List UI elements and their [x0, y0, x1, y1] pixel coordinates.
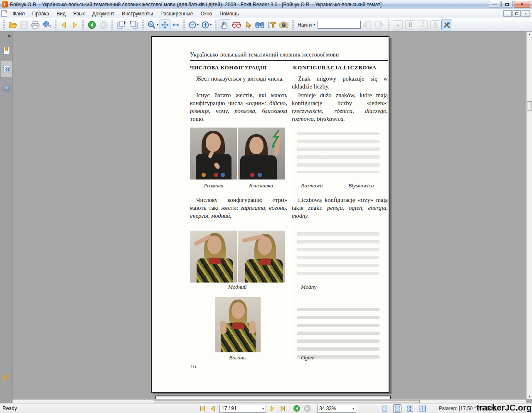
- fit-page-button[interactable]: [160, 20, 170, 30]
- bold-button[interactable]: B: [404, 20, 416, 30]
- page-number: 16: [190, 363, 196, 370]
- zoom-out-button[interactable]: ▾: [187, 20, 200, 30]
- search-input[interactable]: [318, 21, 361, 29]
- toolbar-grip: [3, 20, 5, 30]
- find-previous-icon: [362, 21, 372, 29]
- zoom-level-combobox[interactable]: 34.33%▾: [317, 405, 356, 413]
- text-select-tool-button[interactable]: [266, 20, 278, 30]
- layers-panel-button[interactable]: [1, 81, 12, 97]
- menu-tools[interactable]: Инструменты: [118, 10, 157, 18]
- navigation-sidebar: »: [0, 32, 12, 403]
- mdi-minimize-button[interactable]: —: [503, 10, 512, 17]
- facing-layout-button[interactable]: [406, 404, 414, 413]
- photo-row-3: [215, 297, 261, 352]
- find-previous-button[interactable]: [361, 20, 373, 30]
- back-circle-icon: [87, 20, 96, 30]
- vertical-scroll-thumb[interactable]: [527, 101, 532, 111]
- bookmarks-panel-button[interactable]: [1, 42, 12, 59]
- last-page-icon: [280, 405, 286, 412]
- foxit-app-icon: f: [2, 1, 8, 7]
- photo-modnyi-2: [238, 231, 285, 283]
- open-button[interactable]: [7, 20, 19, 30]
- menu-advanced[interactable]: Расширенные: [157, 10, 197, 18]
- right-column-heading: KONFIGURACJA LICZBOWA: [293, 64, 377, 71]
- pages-panel-button[interactable]: [1, 61, 12, 77]
- print-button[interactable]: [30, 20, 41, 30]
- find-tool-button[interactable]: [254, 20, 266, 30]
- rotate-right-button[interactable]: [115, 20, 128, 30]
- horizontal-scroll-thumb[interactable]: [154, 400, 420, 403]
- printer-icon: [31, 21, 40, 29]
- snapshot-tool-button[interactable]: [278, 20, 290, 30]
- layers-icon: [2, 85, 11, 93]
- minimize-icon: —: [493, 2, 497, 7]
- chevron-down-icon: ▾: [197, 23, 199, 27]
- menu-document[interactable]: Документ: [89, 10, 118, 18]
- menu-help[interactable]: Помощь: [216, 10, 242, 18]
- continuous-facing-layout-button[interactable]: [418, 404, 426, 413]
- scroll-up-arrow[interactable]: ▲: [527, 32, 532, 37]
- next-page-icon: [269, 405, 276, 412]
- photo-modnyi-1: [190, 231, 237, 283]
- bleed-through-text: [297, 232, 379, 279]
- hand-icon: [220, 20, 229, 30]
- chevron-down-icon: ▾: [210, 23, 212, 27]
- find-next-button[interactable]: [373, 20, 386, 30]
- sidebar-expand-button[interactable]: »: [8, 33, 11, 39]
- rotate-left-button[interactable]: [128, 20, 140, 30]
- menu-language[interactable]: Язык: [69, 10, 89, 18]
- underline-button[interactable]: A: [429, 20, 441, 30]
- hand-tool-button[interactable]: [219, 20, 230, 30]
- next-page-button-status[interactable]: [269, 405, 276, 412]
- close-button[interactable]: ×: [514, 1, 530, 8]
- continuous-layout-button[interactable]: [393, 404, 401, 413]
- email-button[interactable]: [41, 20, 53, 30]
- last-page-button[interactable]: [279, 405, 287, 412]
- zoom-tool-button[interactable]: ▾: [146, 20, 160, 30]
- vertical-scrollbar[interactable]: ▲ ▼: [526, 32, 532, 399]
- save-button[interactable]: [19, 20, 30, 30]
- go-back-button[interactable]: [86, 20, 98, 30]
- bleed-through-text: [297, 308, 379, 362]
- tool-settings-button[interactable]: [441, 20, 452, 30]
- status-bar: Ready 17 / 91▾ 34.33%▾ Размер: [17.50 * …: [0, 403, 532, 413]
- first-page-button[interactable]: [199, 405, 206, 412]
- photo-blyskavka: [238, 128, 285, 179]
- menu-file[interactable]: Файл: [9, 10, 29, 18]
- menu-bar: Файл Правка Вид Язык Документ Инструмент…: [0, 9, 532, 18]
- find-dropdown[interactable]: Найти▾: [296, 21, 317, 29]
- mdi-restore-button[interactable]: [512, 10, 521, 17]
- pdf-page[interactable]: Українсько-польський тематичний словник …: [151, 36, 389, 393]
- right-paragraph-1: Znak migowy pokazuje się w układzie licz…: [292, 75, 388, 91]
- minimize-button[interactable]: —: [489, 1, 500, 8]
- forward-view-button[interactable]: [303, 405, 311, 412]
- menu-edit[interactable]: Правка: [29, 10, 53, 18]
- menu-window[interactable]: Окно: [197, 10, 216, 18]
- menu-view[interactable]: Вид: [53, 10, 69, 18]
- previous-page-button-status[interactable]: [209, 405, 217, 412]
- go-forward-button[interactable]: [98, 20, 109, 30]
- rotate-left-icon: [129, 20, 139, 30]
- italic-button[interactable]: I: [416, 20, 429, 30]
- photo-vohon: [215, 297, 261, 352]
- attachments-panel-button[interactable]: [0, 371, 12, 385]
- fit-width-button[interactable]: [170, 20, 181, 30]
- restore-button[interactable]: [501, 1, 513, 8]
- bookmark-icon: [2, 46, 11, 55]
- document-area[interactable]: Українсько-польський тематичний словник …: [12, 32, 532, 403]
- bold-icon: B: [405, 20, 415, 30]
- document-icon[interactable]: [1, 10, 7, 17]
- horizontal-scrollbar[interactable]: [12, 399, 526, 403]
- typewriter-button[interactable]: A: [392, 20, 404, 30]
- underline-icon: A: [430, 20, 440, 30]
- mdi-close-button[interactable]: ×: [522, 10, 530, 17]
- zoom-in-button[interactable]: ▾: [200, 20, 213, 30]
- select-tool-button[interactable]: [243, 20, 254, 30]
- scroll-down-arrow[interactable]: ▼: [527, 394, 532, 399]
- previous-page-button[interactable]: [59, 20, 69, 30]
- next-page-button[interactable]: [69, 20, 80, 30]
- page-number-combobox[interactable]: 17 / 91▾: [219, 405, 266, 413]
- single-page-layout-button[interactable]: [381, 404, 389, 413]
- loupe-tool-button[interactable]: [230, 20, 243, 30]
- back-view-button[interactable]: [293, 405, 300, 412]
